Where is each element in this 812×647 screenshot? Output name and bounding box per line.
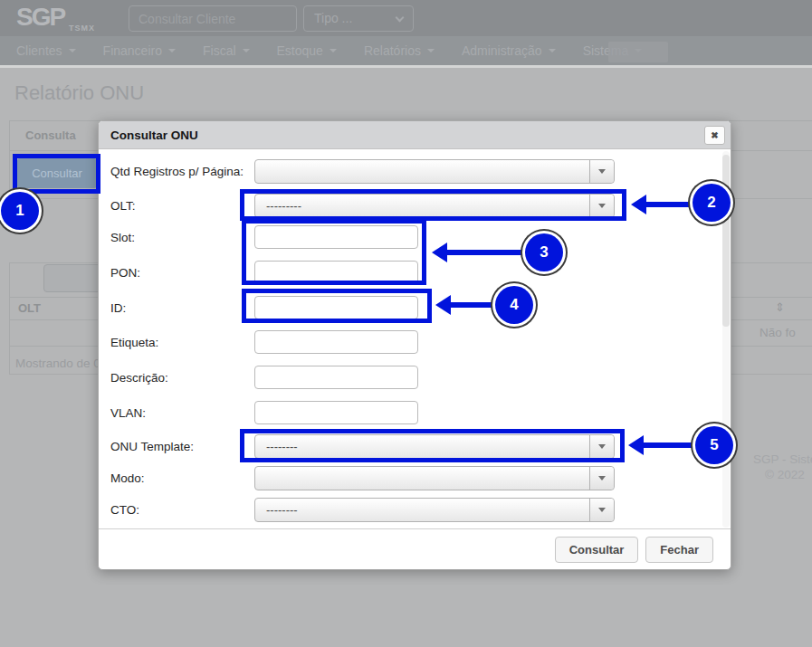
app-logo-subtext: TSMX (69, 24, 95, 33)
nav-item-administracao[interactable]: Administração (462, 43, 556, 58)
table-paging-wrap: Mostrando de 0 (15, 355, 98, 371)
type-dropdown-value: Tipo ... (314, 11, 352, 25)
modal-titlebar: Consultar ONU ✖ (99, 121, 731, 149)
top-header-bar: SGP TSMX Tipo ... (0, 0, 812, 36)
app-logo: SGP (16, 3, 64, 32)
field-label-vlan: VLAN: (110, 401, 255, 425)
caret-down-icon (330, 49, 337, 52)
cto-select[interactable]: -------- (254, 498, 615, 522)
nav-item-clientes[interactable]: Clientes (16, 43, 76, 58)
cto-select-value: -------- (266, 503, 298, 517)
step-badge-5: 5 (695, 426, 733, 464)
nav-item-label: Fiscal (203, 43, 236, 58)
modo-select[interactable] (254, 466, 615, 490)
page-title: Relatório ONU (14, 81, 144, 105)
table-empty-text: Não fo (759, 326, 796, 339)
highlight-box-slot-pon-inputs (242, 219, 426, 285)
dropdown-arrow-icon (589, 499, 614, 521)
descricao-input[interactable] (254, 366, 418, 389)
app-footer-line2: © 2022 (765, 468, 805, 481)
caret-down-icon (243, 49, 250, 52)
modal-fechar-button[interactable]: Fechar (645, 537, 713, 563)
nav-item-financeiro[interactable]: Financeiro (103, 43, 176, 58)
vlan-input[interactable] (254, 401, 418, 424)
consultar-onu-modal: Consultar ONU ✖ Qtd Registros p/ Página:… (98, 120, 731, 570)
field-label-cto: CTO: (110, 498, 255, 522)
field-label-descricao: Descrição: (110, 366, 255, 390)
arrow-left-icon (435, 295, 451, 315)
step-badge-3: 3 (525, 233, 563, 271)
caret-down-icon (549, 49, 556, 52)
modal-consultar-button[interactable]: Consultar (555, 537, 639, 563)
chevron-down-icon (396, 14, 405, 23)
table-paging-text: Mostrando de 0 (15, 357, 98, 370)
dropdown-arrow-icon (589, 160, 614, 183)
arrow-shaft (450, 302, 497, 308)
modal-footer: Consultar Fechar (99, 528, 731, 569)
arrow-left-icon (631, 195, 646, 214)
search-input[interactable] (129, 5, 297, 32)
field-label-olt: OLT: (110, 194, 255, 218)
arrow-shaft (643, 442, 697, 448)
field-label-slot: Slot: (110, 225, 255, 250)
modal-title: Consultar ONU (110, 128, 198, 142)
step-badge-2: 2 (693, 184, 731, 222)
highlight-box-olt-select (240, 189, 626, 221)
dropdown-arrow-icon (589, 467, 614, 490)
field-label-etiqueta: Etiqueta: (110, 330, 255, 355)
sort-icon[interactable]: ⇕ (775, 300, 785, 314)
nav-item-relatorios[interactable]: Relatórios (364, 43, 435, 58)
step-badge-1: 1 (1, 192, 39, 230)
field-label-pon: PON: (110, 261, 255, 285)
arrow-left-icon (628, 435, 644, 455)
arrow-shaft (645, 202, 693, 207)
nav-user-chip[interactable] (608, 42, 668, 62)
field-label-onu-template: ONU Template: (110, 434, 255, 459)
highlight-box-onu-template-select (240, 429, 625, 462)
caret-down-icon (427, 49, 435, 52)
arrow-shaft (446, 250, 526, 255)
nav-item-fiscal[interactable]: Fiscal (203, 43, 250, 58)
panel-border (9, 120, 10, 198)
table-column-olt[interactable]: OLT (18, 301, 41, 315)
close-icon[interactable]: ✖ (704, 126, 725, 145)
qtd-registros-select[interactable] (254, 159, 615, 184)
caret-down-icon (69, 49, 76, 52)
nav-item-label: Relatórios (364, 43, 421, 58)
nav-item-estoque[interactable]: Estoque (277, 43, 337, 58)
etiqueta-input[interactable] (254, 330, 418, 354)
nav-item-label: Clientes (16, 43, 62, 58)
nav-item-label: Financeiro (103, 43, 162, 58)
nav-item-label: Administração (462, 43, 542, 58)
highlight-box-consultar-button (13, 154, 100, 194)
main-navbar: Clientes Financeiro Fiscal Estoque Relat… (0, 36, 812, 68)
table-border (9, 262, 10, 374)
app-footer-line1: SGP - Sistema (753, 452, 812, 466)
caret-down-icon (168, 49, 176, 52)
type-dropdown[interactable]: Tipo ... (303, 5, 414, 32)
nav-item-label: Estoque (277, 43, 323, 58)
tab-consulta[interactable]: Consulta (25, 128, 76, 142)
modal-scrollbar-thumb[interactable] (722, 155, 730, 327)
arrow-left-icon (432, 243, 447, 262)
field-label-qtd-registros: Qtd Registros p/ Página: (110, 159, 255, 184)
highlight-box-id-input (242, 289, 432, 323)
field-label-modo: Modo: (110, 466, 255, 490)
field-label-id: ID: (110, 296, 255, 320)
step-badge-4: 4 (495, 286, 533, 324)
